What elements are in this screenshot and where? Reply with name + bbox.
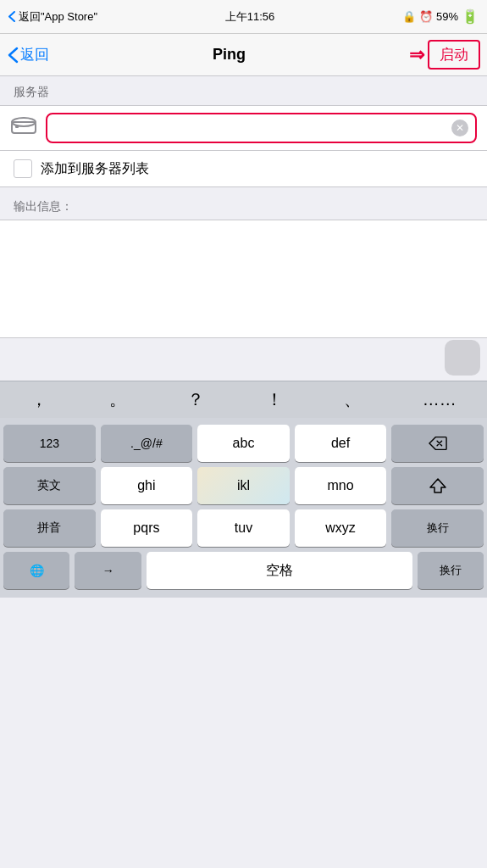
- key-pinyin[interactable]: 拼音: [3, 509, 96, 547]
- key-def[interactable]: def: [295, 425, 387, 462]
- key-ikl[interactable]: ikl: [197, 467, 290, 504]
- server-input-wrapper[interactable]: ✕: [46, 113, 477, 143]
- nav-action-area: ⇒ 启动: [409, 40, 480, 70]
- special-key-question[interactable]: ？: [180, 388, 211, 411]
- battery-label: 59%: [436, 10, 458, 23]
- return-button[interactable]: 换行: [418, 552, 484, 589]
- back-label: 返回: [20, 45, 49, 64]
- add-to-list-checkbox[interactable]: [14, 159, 32, 178]
- status-right: 🔒 ⏰ 59% 🔋: [402, 8, 479, 25]
- nav-bar: 返回 Ping ⇒ 启动: [0, 34, 487, 76]
- content-area: 服务器 ✕ 添加到服务器列表 输出信息：: [0, 76, 487, 381]
- key-ghi[interactable]: ghi: [101, 467, 193, 504]
- special-key-period[interactable]: 。: [102, 388, 133, 411]
- globe-button[interactable]: 🌐: [3, 552, 69, 589]
- key-symbols[interactable]: ._@/#: [101, 425, 193, 462]
- key-pqrs[interactable]: pqrs: [101, 509, 193, 547]
- keyboard-row-2: 英文 ghi ikl mno: [3, 467, 484, 504]
- backspace-button[interactable]: [391, 425, 484, 462]
- output-section-label: 输出信息：: [0, 187, 487, 220]
- key-english[interactable]: 英文: [3, 467, 96, 504]
- space-button[interactable]: 空格: [147, 552, 412, 589]
- scroll-indicator-area: [0, 338, 487, 381]
- key-tuv[interactable]: tuv: [197, 509, 290, 547]
- status-back-text: 返回"App Store": [8, 9, 97, 25]
- key-123[interactable]: 123: [3, 425, 96, 462]
- keyboard-row-4: 🌐 → 空格 换行: [3, 552, 484, 589]
- status-time: 上午11:56: [225, 9, 275, 25]
- add-to-list-row[interactable]: 添加到服务器列表: [0, 151, 487, 187]
- return-button-side[interactable]: 换行: [391, 509, 484, 547]
- key-mno[interactable]: mno: [295, 467, 387, 504]
- key-wxyz[interactable]: wxyz: [295, 509, 387, 547]
- output-area: [0, 220, 487, 338]
- server-icon: [10, 115, 37, 141]
- server-input-field[interactable]: [54, 120, 451, 136]
- special-key-exclaim[interactable]: ！: [259, 388, 290, 411]
- highlight-arrow-icon: ⇒: [409, 44, 424, 66]
- server-input-row: ✕: [0, 105, 487, 151]
- server-section-label: 服务器: [0, 76, 487, 105]
- status-bar: 返回"App Store" 上午11:56 🔒 ⏰ 59% 🔋: [0, 0, 487, 34]
- clear-input-button[interactable]: ✕: [451, 120, 468, 136]
- svg-rect-2: [15, 125, 19, 128]
- special-key-comma[interactable]: ，: [24, 388, 54, 411]
- status-appstore-label: 返回"App Store": [19, 9, 97, 25]
- special-key-pause[interactable]: 、: [337, 388, 368, 411]
- key-abc[interactable]: abc: [197, 425, 290, 462]
- arrow-button[interactable]: →: [75, 552, 141, 589]
- add-to-list-label: 添加到服务器列表: [41, 160, 149, 178]
- battery-icon: 🔋: [462, 8, 479, 25]
- special-key-ellipsis[interactable]: ……: [416, 390, 463, 409]
- keyboard: 123 ._@/# abc def 英文 ghi ikl mno: [0, 418, 487, 598]
- keyboard-row-3: 拼音 pqrs tuv wxyz 换行: [3, 509, 484, 547]
- keyboard-row-1: 123 ._@/# abc def: [3, 425, 484, 462]
- shift-button[interactable]: [391, 467, 484, 504]
- lock-icon: 🔒: [402, 10, 416, 23]
- keyboard-special-row: ， 。 ？ ！ 、 ……: [0, 381, 487, 418]
- start-button[interactable]: 启动: [428, 40, 480, 70]
- alarm-icon: ⏰: [419, 10, 433, 23]
- back-button[interactable]: 返回: [7, 45, 49, 64]
- scroll-thumb: [445, 340, 480, 376]
- page-title: Ping: [213, 46, 246, 64]
